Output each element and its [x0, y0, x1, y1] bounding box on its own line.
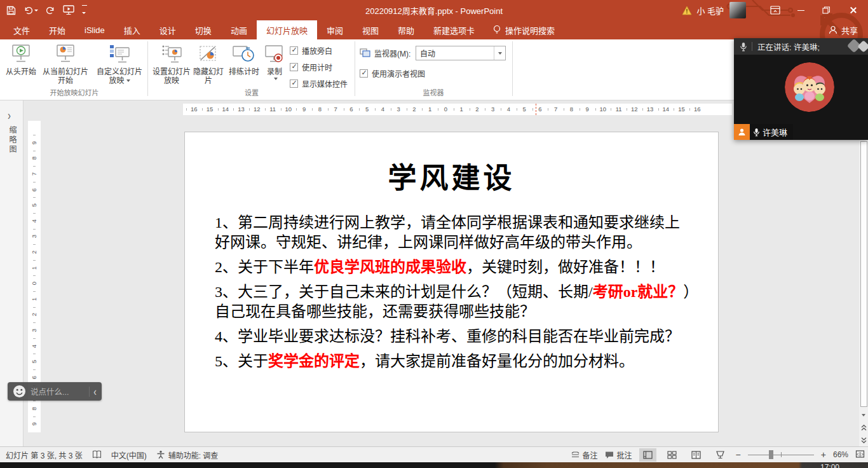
checkbox-label: 使用计时 [302, 62, 332, 72]
ribbon-tab[interactable]: 帮助 [388, 20, 424, 39]
notes-button[interactable]: 备注 [571, 450, 598, 460]
chat-input[interactable]: 说点什么... [31, 385, 85, 397]
slide-sorter-icon [667, 451, 677, 459]
ruler-number: 0 [28, 275, 41, 291]
slide-paragraph[interactable]: 1、第二周持续进行网上教学，请全体同学根据课表和通知要求继续上好网课。守规矩、讲… [215, 213, 693, 252]
reading-view-button[interactable] [688, 448, 705, 462]
meeting-chat-quickbar[interactable]: 说点什么... ‹ [8, 382, 102, 401]
record-slideshow-button[interactable]: 录制 [262, 43, 287, 80]
previous-slide-button[interactable] [859, 423, 868, 432]
normal-view-button[interactable] [639, 448, 656, 462]
ribbon-display-options-button[interactable] [763, 0, 788, 20]
ruler-number: 1 [422, 104, 438, 115]
zoom-slider[interactable] [748, 450, 814, 459]
zoom-slider-thumb[interactable] [769, 450, 773, 459]
custom-slideshow-button[interactable]: 自定义幻灯片放映 [94, 43, 145, 85]
ruler-number: 9 [296, 104, 312, 115]
proofing-book-icon [92, 450, 102, 459]
hide-slide-button[interactable]: 隐藏幻灯片 [191, 43, 226, 85]
slide-paragraph[interactable]: 5、关于奖学金的评定，请大家提前准备好量化分的加分材料。 [215, 352, 693, 371]
ribbon-tab[interactable]: 设计 [150, 20, 186, 39]
share-button[interactable]: 共享 [829, 20, 858, 39]
thumbnails-pane-label: 缩略图 [7, 126, 18, 155]
slide-canvas[interactable]: 学风建设 1、第二周持续进行网上教学，请全体同学根据课表和通知要求继续上好网课。… [184, 132, 719, 432]
titlebar: 20220912周末教育.pptx - PowerPoint 小 毛驴 [0, 0, 868, 20]
ribbon-tab[interactable]: 文件 [4, 20, 39, 39]
collapse-chat-chevron[interactable]: ‹ [93, 385, 97, 398]
expand-thumbnails-chevron[interactable]: › [8, 107, 11, 123]
accessibility-button[interactable]: 辅助功能: 调查 [156, 450, 219, 460]
fit-slide-icon [855, 450, 865, 458]
ribbon-tab[interactable]: 动画 [221, 20, 257, 39]
checkbox-use-timings[interactable]: 使用计时 [290, 62, 348, 72]
from-current-slide-button[interactable]: 从当前幻灯片开始 [39, 43, 92, 85]
tencent-meeting-panel[interactable]: 正在讲话: 许美琳; [734, 38, 868, 140]
status-bar: 幻灯片 第 3 张, 共 3 张 中文(中国) 辅助功能: 调查 备注 批注 [0, 446, 868, 462]
participant-name: 许美琳 [750, 124, 793, 140]
account-avatar[interactable] [729, 2, 746, 18]
system-clock: 17:00 [820, 463, 839, 468]
ruler-number: 4 [28, 213, 41, 229]
rehearse-timings-button[interactable]: 排练计时 [226, 43, 262, 76]
slideshow-view-button[interactable] [712, 448, 729, 462]
slide-paragraph[interactable]: 4、学业毕业要求达标没？挂科补考、重修的科目能否在毕业前完成？ [215, 327, 693, 347]
setup-slideshow-button[interactable]: 设置幻灯片放映 [151, 43, 192, 85]
emphasized-text: 奖学金的评定 [268, 353, 360, 369]
close-button[interactable] [839, 0, 868, 20]
slide-sorter-view-button[interactable] [663, 448, 681, 462]
meeting-panel-header[interactable]: 正在讲话: 许美琳; [734, 38, 868, 55]
ribbon-tab[interactable]: 新建选项卡 [424, 20, 484, 39]
monitor-dropdown[interactable]: 自动 [416, 46, 506, 60]
tell-me-label: 操作说明搜索 [505, 24, 555, 36]
scrollbar-thumb[interactable] [860, 141, 867, 407]
ruler-number: 12 [627, 104, 642, 115]
monitor-label: 监视器(M): [374, 48, 410, 59]
slide-paragraph[interactable]: 3、大三了，关于自己未来的计划是什么？（短期、长期/考研or就业？）自己现在具备… [215, 282, 693, 322]
accessibility-label: 辅助功能: 调查 [168, 450, 219, 460]
ruler-number: 13 [233, 104, 249, 115]
zoom-level[interactable]: 66% [833, 450, 848, 459]
ribbon-tab[interactable]: 审阅 [317, 20, 353, 39]
account-user-name[interactable]: 小 毛驴 [696, 4, 724, 17]
language-button[interactable]: 中文(中国) [111, 450, 147, 460]
slideshow-options: 播放旁白 使用计时 显示媒体控件 [290, 45, 348, 89]
fit-to-window-button[interactable] [855, 450, 865, 460]
checkbox-play-narrations[interactable]: 播放旁白 [290, 45, 348, 56]
ribbon-tab[interactable]: iSlide [75, 20, 114, 39]
title-and-tab-zone: 20220912周末教育.pptx - PowerPoint 小 毛驴 文件开始… [0, 0, 868, 39]
spell-check-button[interactable] [92, 450, 102, 459]
ribbon-tab[interactable]: 视图 [353, 20, 388, 39]
slide-title-text[interactable]: 学风建设 [185, 155, 718, 196]
participant-video-tile[interactable]: 许美琳 [734, 55, 868, 140]
slide-body-text[interactable]: 1、第二周持续进行网上教学，请全体同学根据课表和通知要求继续上好网课。守规矩、讲… [215, 213, 693, 371]
ribbon-tab[interactable]: 幻灯片放映 [257, 20, 317, 39]
comment-bubble-icon [605, 451, 614, 459]
scroll-down-button[interactable] [859, 410, 868, 420]
zoom-in-button[interactable]: + [821, 450, 826, 460]
dropdown-arrow-button[interactable] [494, 46, 505, 60]
warning-icon[interactable] [682, 6, 692, 15]
button-label: 自定义幻灯片放映 [94, 67, 145, 85]
emphasized-text: 考研or就业？ [593, 284, 684, 300]
restore-button[interactable] [813, 0, 839, 20]
from-beginning-button[interactable]: 从头开始 [3, 43, 39, 76]
next-slide-button[interactable] [859, 436, 868, 445]
ruler-number: 4 [375, 104, 391, 115]
vertical-scrollbar[interactable] [859, 100, 868, 446]
minimize-button[interactable] [788, 0, 813, 20]
group-label-monitors: 监视器 [356, 87, 511, 97]
ribbon-tab[interactable]: 插入 [114, 20, 150, 39]
emoji-smiley-icon[interactable] [13, 385, 26, 398]
participant-name-label: 许美琳 [763, 126, 787, 138]
slide-paragraph[interactable]: 2、关于下半年优良学风班的成果验收，关键时刻，做好准备！！！ [215, 258, 693, 277]
comments-button[interactable]: 批注 [605, 450, 632, 460]
tell-me-search[interactable]: 操作说明搜索 [493, 20, 555, 39]
zoom-out-button[interactable]: − [736, 450, 741, 460]
ribbon-tab[interactable]: 切换 [186, 20, 221, 39]
checkbox-icon [290, 63, 298, 71]
comments-label: 批注 [617, 450, 632, 460]
checkbox-use-presenter-view[interactable]: 使用演示者视图 [360, 68, 425, 79]
button-label: 设置幻灯片放映 [151, 67, 192, 85]
ribbon-tab[interactable]: 开始 [39, 20, 75, 39]
ruler-number: 6 [532, 104, 548, 115]
